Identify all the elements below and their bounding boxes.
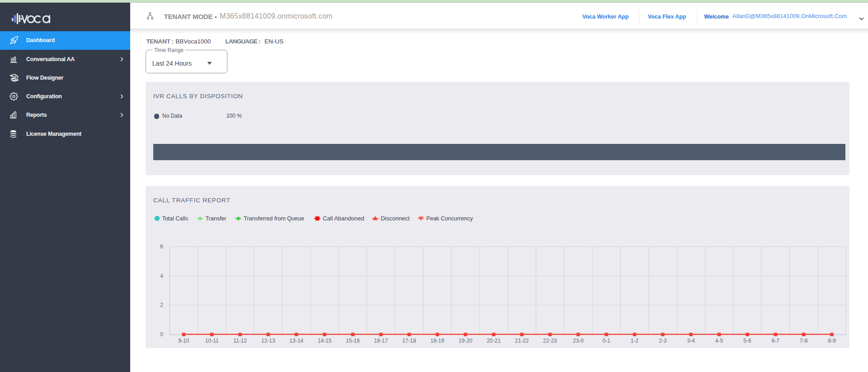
svg-text:7-8: 7-8 — [800, 338, 808, 344]
svg-text:0: 0 — [160, 331, 163, 338]
svg-text:16-17: 16-17 — [374, 338, 388, 344]
svg-text:21-22: 21-22 — [515, 338, 529, 344]
svg-text:4-5: 4-5 — [715, 338, 723, 344]
svg-text:18-19: 18-19 — [430, 338, 444, 344]
svg-text:1-2: 1-2 — [631, 338, 639, 344]
svg-text:23-0: 23-0 — [573, 338, 584, 344]
svg-text:15-16: 15-16 — [346, 338, 360, 344]
svg-text:0-1: 0-1 — [603, 338, 611, 344]
svg-text:17-18: 17-18 — [402, 338, 416, 344]
svg-text:12-13: 12-13 — [261, 338, 275, 344]
svg-text:14-15: 14-15 — [318, 338, 332, 344]
svg-text:2: 2 — [160, 302, 163, 308]
svg-text:19-20: 19-20 — [458, 338, 472, 344]
svg-text:11-12: 11-12 — [233, 338, 247, 344]
svg-text:6: 6 — [160, 243, 163, 250]
svg-text:9-10: 9-10 — [178, 338, 189, 344]
svg-text:10-11: 10-11 — [205, 338, 219, 344]
svg-text:8-9: 8-9 — [828, 338, 836, 344]
svg-text:5-6: 5-6 — [743, 338, 751, 344]
svg-text:22-23: 22-23 — [543, 338, 557, 344]
svg-text:2-3: 2-3 — [659, 338, 667, 344]
svg-text:20-21: 20-21 — [487, 338, 501, 344]
svg-text:13-14: 13-14 — [289, 338, 303, 344]
svg-text:3-4: 3-4 — [687, 338, 695, 344]
svg-text:4: 4 — [160, 273, 163, 279]
svg-text:6-7: 6-7 — [772, 338, 780, 344]
